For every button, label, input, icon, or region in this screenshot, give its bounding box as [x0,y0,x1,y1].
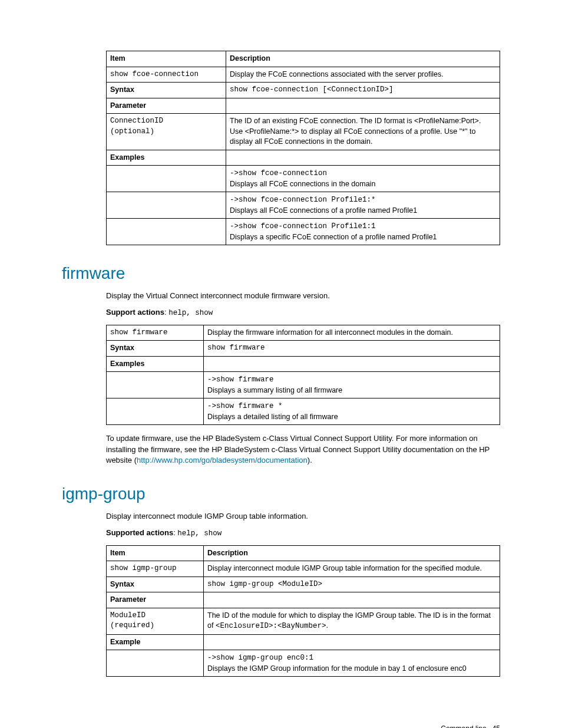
row-label: Syntax [107,577,204,592]
desc-text-post: . [326,621,328,630]
empty-cell [107,192,226,219]
footer-label: Command line [441,724,486,728]
empty-cell [204,634,500,650]
empty-cell [107,166,226,192]
description-cell: Display the FCoE connections associated … [226,67,500,83]
empty-cell [226,98,500,114]
igmp-group-table: Item Description show igmp-group Display… [106,545,500,677]
example-cell: ->show firmware * Displays a detailed li… [204,398,500,425]
description-cell: Display interconnect module IGMP Group t… [204,561,500,577]
example-command: ->show firmware * [207,402,283,410]
row-label: Parameter [107,98,226,114]
support-actions-label: Support actions [106,308,164,317]
page-footer: Command line 45 [62,724,500,728]
firmware-note: To update firmware, use the HP BladeSyst… [106,433,500,466]
page-number: 45 [492,724,500,728]
syntax-cell: show fcoe-connection [<ConnectionID>] [226,83,500,98]
table-header: Item [107,51,226,67]
empty-cell [107,650,204,677]
igmp-intro: Display interconnect module IGMP Group t… [106,511,500,522]
format-text: <EnclosureID>:<BayNumber> [216,622,326,630]
support-actions-values: help, show [168,309,213,317]
command-cell: show fcoe-connection [107,67,226,83]
fcoe-connection-table: Item Description show fcoe-connection Di… [106,51,500,245]
command-cell: show firmware [107,325,204,341]
example-desc: Displays a detailed listing of all firmw… [207,413,338,421]
syntax-cell: show igmp-group <ModuleID> [204,577,500,592]
table-header: Item [107,545,204,561]
section-heading-firmware: firmware [62,262,500,285]
example-desc: Displays a summary listing of all firmwa… [207,386,342,394]
example-cell: ->show igmp-group enc0:1 Displays the IG… [204,650,500,677]
row-label: Parameter [107,592,204,608]
description-cell: The ID of an existing FCoE connection. T… [226,114,500,150]
description-cell: The ID of the module for which to displa… [204,608,500,634]
param-name: ConnectionID [110,117,163,125]
parameter-cell: ModuleID (required) [107,608,204,634]
example-command: ->show igmp-group enc0:1 [207,654,313,662]
example-cell: ->show fcoe-connection Profile1:* Displa… [226,192,500,219]
support-actions-line: Support actions: help, show [106,307,500,319]
parameter-cell: ConnectionID (optional) [107,114,226,150]
row-label: Examples [107,150,226,166]
row-label: Examples [107,356,204,372]
example-command: ->show fcoe-connection Profile1:1 [230,222,376,230]
example-desc: Displays the IGMP Group information for … [207,664,467,673]
example-command: ->show fcoe-connection Profile1:* [230,196,376,204]
firmware-intro: Display the Virtual Connect interconnect… [106,291,500,301]
firmware-table: show firmware Display the firmware infor… [106,325,500,426]
example-desc: Displays all FCoE connections in the dom… [230,180,375,188]
supported-actions-line: Supported actions: help, show [106,528,500,539]
example-desc: Displays all FCoE connections of a profi… [230,206,417,215]
syntax-cell: show firmware [204,341,500,357]
row-label: Syntax [107,341,204,357]
example-command: ->show firmware [207,375,274,384]
example-command: ->show fcoe-connection [230,169,327,177]
empty-cell [107,372,204,398]
example-cell: ->show fcoe-connection Profile1:1 Displa… [226,219,500,245]
description-cell: Display the firmware information for all… [204,325,500,341]
table-header: Description [204,545,500,561]
section-heading-igmp-group: igmp-group [62,482,500,505]
example-desc: Displays a specific FCoE connection of a… [230,233,437,241]
empty-cell [204,592,500,608]
param-optional: (optional) [110,127,154,136]
empty-cell [226,150,500,166]
param-name: ModuleID [110,611,146,620]
supported-actions-values: help, show [177,529,222,538]
example-cell: ->show fcoe-connection Displays all FCoE… [226,166,500,192]
command-cell: show igmp-group [107,561,204,577]
param-required: (required) [110,621,154,630]
empty-cell [107,219,226,245]
row-label: Example [107,634,204,650]
documentation-link[interactable]: http://www.hp.com/go/bladesystem/documen… [137,456,308,465]
table-header: Description [226,51,500,67]
note-text-post: ). [308,456,312,465]
row-label: Syntax [107,83,226,98]
supported-actions-label: Supported actions [106,528,173,537]
empty-cell [204,356,500,372]
example-cell: ->show firmware Displays a summary listi… [204,372,500,398]
empty-cell [107,398,204,425]
